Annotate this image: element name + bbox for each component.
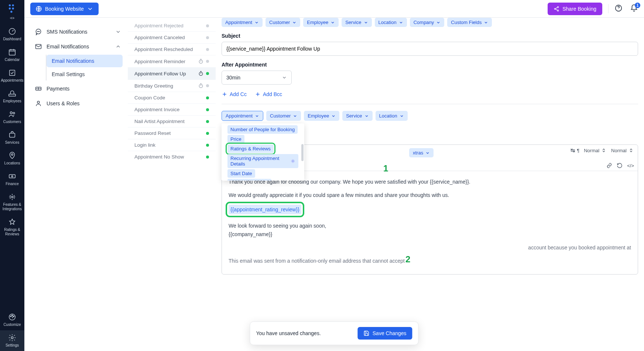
nav-appointments[interactable]: Appointments — [0, 65, 24, 86]
nav-ratings[interactable]: Ratings & Reviews — [0, 215, 24, 240]
notif-item[interactable]: Appointment Invoice — [128, 104, 216, 116]
tag-location[interactable]: Location — [376, 111, 408, 121]
settings-email[interactable]: Email Notifications — [33, 39, 123, 54]
subject-input[interactable] — [222, 42, 638, 56]
nav-finance[interactable]: Finance — [0, 169, 24, 190]
rating-review-placeholder[interactable]: {{appointment_rating_review}} — [229, 205, 301, 214]
notifications-icon[interactable]: 1 — [630, 4, 638, 13]
tag-location[interactable]: Location — [375, 18, 407, 27]
tag-service[interactable]: Service — [342, 111, 372, 121]
tag-service[interactable]: Service — [342, 18, 371, 27]
nav-customize[interactable]: Customize — [0, 310, 24, 330]
dd-item[interactable]: Number of People for Booking — [224, 125, 302, 134]
nav-label: Locations — [4, 161, 20, 166]
notif-item[interactable]: Password Reset — [128, 127, 216, 139]
status-dot — [206, 48, 209, 51]
tag-customer[interactable]: Customer — [266, 111, 301, 121]
settings-sms[interactable]: SMS Notifications — [33, 24, 123, 39]
settings-payments[interactable]: Payments — [33, 81, 123, 96]
toolbar-direction[interactable]: ↹¶ — [571, 147, 579, 154]
dd-item[interactable]: Start Date — [224, 169, 302, 178]
editor-paragraph: We look forward to seeing you again soon… — [229, 222, 631, 238]
settings-sub-email-notifications[interactable]: Email Notifications — [47, 55, 123, 67]
notif-label: Birthday Greeting — [134, 83, 196, 89]
help-icon[interactable] — [614, 4, 623, 13]
tag-row-editor: Appointment Number of People for Booking… — [222, 111, 638, 121]
booking-website-button[interactable]: Booking Website — [30, 3, 99, 15]
chevron-down-icon — [293, 114, 297, 118]
tag-custom-fields[interactable]: Custom Fields — [447, 18, 492, 27]
after-appointment-select[interactable]: 30min — [222, 71, 292, 85]
editor-body[interactable]: Thank you once again for choosing our co… — [222, 171, 638, 274]
svg-point-17 — [10, 316, 11, 317]
notif-item[interactable]: Nail Artist Appointment — [128, 116, 216, 127]
notif-item[interactable]: Birthday Greeting — [128, 80, 216, 92]
nav-employees[interactable]: Employees — [0, 86, 24, 107]
dropdown-scrollbar[interactable] — [301, 124, 304, 180]
dd-item[interactable]: Start Date & Time — [224, 179, 302, 181]
svg-point-3 — [12, 7, 14, 9]
nav-label: Customize — [3, 323, 21, 327]
tag-appointment-open[interactable]: Appointment — [222, 111, 263, 121]
notif-item[interactable]: Coupon Code — [128, 92, 216, 104]
status-dot — [206, 72, 209, 75]
settings-label: SMS Notifications — [47, 29, 87, 35]
svg-point-32 — [38, 88, 39, 89]
svg-point-0 — [9, 4, 11, 6]
notification-badge: 1 — [635, 3, 640, 8]
nav-features[interactable]: Features & Integrations — [0, 190, 24, 215]
notif-item[interactable]: Appointment Rejected — [128, 23, 216, 32]
add-cc-link[interactable]: Add Cc — [222, 91, 247, 97]
toolbar-link[interactable] — [606, 163, 612, 168]
toolbar-format1[interactable]: Normal — [584, 147, 607, 153]
toolbar-code[interactable]: </> — [627, 163, 634, 168]
tag-customer[interactable]: Customer — [266, 18, 300, 27]
tag-appointment[interactable]: Appointment — [222, 18, 263, 27]
notif-label: Appointment Reminder — [134, 59, 196, 64]
status-dot — [206, 24, 209, 27]
svg-point-19 — [13, 316, 14, 317]
chevron-down-icon — [87, 6, 93, 12]
chevron-down-icon — [425, 151, 430, 155]
save-changes-button[interactable]: Save Changes — [358, 327, 412, 340]
nav-label: Ratings & Reviews — [0, 228, 24, 236]
tag-employee[interactable]: Employee — [303, 18, 339, 27]
toolbar-format2[interactable]: Normal — [611, 147, 634, 153]
notif-label: Login link — [134, 142, 204, 148]
dd-item-ratings-reviews[interactable]: Ratings & Reviews — [224, 144, 302, 153]
svg-point-33 — [37, 89, 37, 89]
dd-item[interactable]: Price — [224, 135, 302, 143]
svg-point-34 — [40, 89, 41, 89]
nav-customers[interactable]: Customers — [0, 107, 24, 127]
notif-item[interactable]: Appointment Canceled — [128, 32, 216, 44]
booking-website-label: Booking Website — [45, 6, 84, 12]
share-booking-button[interactable]: Share Booking — [548, 3, 602, 15]
settings-nav: SMS Notifications Email Notifications Em… — [24, 18, 128, 351]
dd-item[interactable]: Recurring Appointment Details — [224, 154, 302, 168]
nav-calendar[interactable]: Calendar — [0, 45, 24, 65]
toolbar-undo[interactable] — [617, 163, 623, 168]
notif-label: Coupon Code — [134, 95, 204, 100]
nav-locations[interactable]: Locations — [0, 148, 24, 169]
notif-item[interactable]: Appointment No Show — [128, 151, 216, 163]
svg-point-12 — [11, 154, 13, 156]
nav-services[interactable]: Services — [0, 127, 24, 148]
settings-sub-email-settings[interactable]: Email Settings — [47, 68, 123, 81]
notif-item-active[interactable]: Appointment Follow Up — [128, 68, 216, 80]
tag-extras-partial[interactable]: xtras — [409, 148, 434, 157]
nav-dashboard[interactable]: Dashboard — [0, 24, 24, 45]
svg-point-27 — [37, 31, 38, 32]
tag-employee[interactable]: Employee — [304, 111, 339, 121]
nav-settings[interactable]: Settings — [0, 330, 24, 351]
tag-company[interactable]: Company — [410, 18, 445, 27]
add-bcc-link[interactable]: Add Bcc — [255, 91, 282, 97]
settings-users[interactable]: Users & Roles — [33, 96, 123, 111]
notif-item[interactable]: Login link — [128, 139, 216, 151]
notif-item[interactable]: Appointment Rescheduled — [128, 44, 216, 55]
app-logo[interactable] — [7, 3, 18, 14]
notif-item[interactable]: Appointment Reminder — [128, 55, 216, 68]
editor-paragraph: We would greatly appreciate it if you co… — [229, 191, 631, 199]
nav-collapse-toggle[interactable]: ◀▶ — [10, 16, 15, 20]
svg-point-9 — [10, 112, 13, 114]
appointment-dropdown: Number of People for Booking Price Ratin… — [222, 123, 304, 181]
